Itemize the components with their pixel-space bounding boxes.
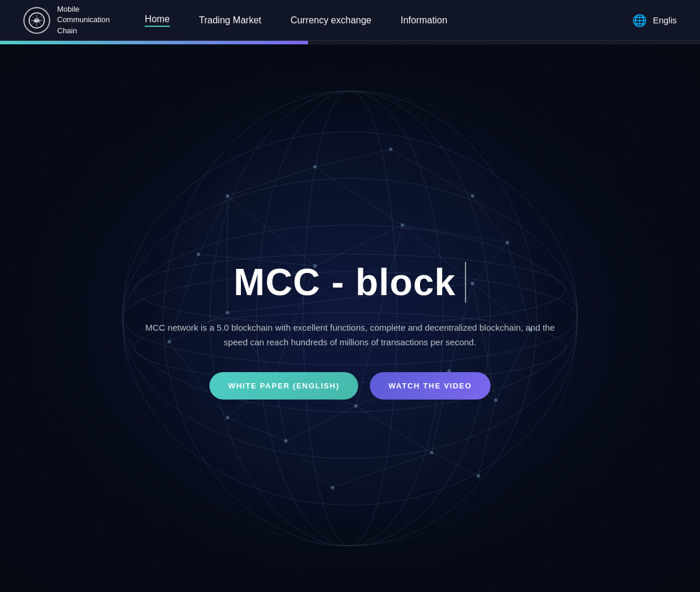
nav-currency-exchange[interactable]: Currency exchange [290,15,372,26]
svg-point-73 [331,486,334,489]
hero-section: MCC - block MCC network is a 5.0 blockch… [0,44,700,592]
logo-icon: MCC [23,7,50,34]
hero-buttons: WHITE PAPER (ENGLISH) WATCH THE VIDEO [209,372,491,400]
svg-text:MCC: MCC [34,19,41,23]
nav-home[interactable]: Home [145,14,170,27]
svg-point-61 [197,253,200,256]
globe-icon: 🌐 [632,13,647,27]
svg-point-62 [506,241,509,244]
watch-video-button[interactable]: WATCH THE VIDEO [370,372,491,400]
nav-trading-market[interactable]: Trading Market [199,15,261,26]
hero-content: MCC - block MCC network is a 5.0 blockch… [140,261,560,400]
nav-information[interactable]: Information [401,15,447,26]
hero-subtitle: MCC network is a 5.0 blockchain with exc… [140,320,560,350]
language-label[interactable]: Englis [653,15,677,25]
svg-point-53 [226,194,229,198]
svg-point-67 [389,148,393,151]
svg-point-70 [226,416,229,419]
hero-title: MCC - block [234,261,467,304]
svg-point-55 [401,223,404,227]
nav-links: Home Trading Market Currency exchange In… [145,14,632,27]
svg-point-66 [313,165,317,169]
logo-text: Mobile Communication Chain [57,4,110,36]
svg-point-65 [430,451,433,454]
nav-right: 🌐 Englis [632,13,677,27]
logo-area[interactable]: MCC Mobile Communication Chain [23,4,110,36]
svg-point-68 [471,194,474,198]
svg-point-64 [284,439,288,443]
navbar: MCC Mobile Communication Chain Home Trad… [0,0,700,41]
svg-point-58 [354,404,358,408]
white-paper-button[interactable]: WHITE PAPER (ENGLISH) [209,372,358,400]
svg-point-72 [477,474,480,478]
title-divider [465,262,466,303]
